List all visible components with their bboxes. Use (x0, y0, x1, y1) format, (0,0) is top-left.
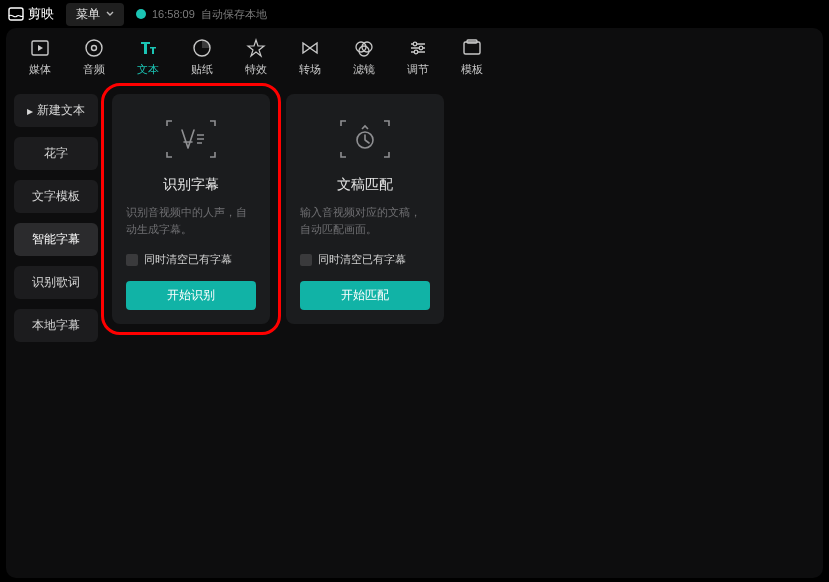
svg-rect-0 (9, 8, 23, 20)
sidebar-item-text-template[interactable]: 文字模板 (14, 180, 98, 213)
checkbox-icon (300, 254, 312, 266)
text-icon (138, 38, 158, 58)
nav-filter[interactable]: 滤镜 (338, 32, 390, 82)
checkbox-label: 同时清空已有字幕 (318, 252, 406, 267)
transition-icon (300, 38, 320, 58)
status-dot-icon (136, 9, 146, 19)
checkbox-icon (126, 254, 138, 266)
audio-icon (84, 38, 104, 58)
media-icon (30, 38, 50, 58)
nav-label: 特效 (245, 62, 267, 77)
start-match-button[interactable]: 开始匹配 (300, 281, 430, 310)
nav-template[interactable]: 模板 (446, 32, 498, 82)
sidebar-item-label: 花字 (44, 145, 68, 162)
card-transcript-match: 文稿匹配 输入音视频对应的文稿，自动匹配画面。 同时清空已有字幕 开始匹配 (286, 94, 444, 324)
menu-label: 菜单 (76, 6, 100, 23)
nav-transition[interactable]: 转场 (284, 32, 336, 82)
sidebar-item-new-text[interactable]: ▸ 新建文本 (14, 94, 98, 127)
sidebar-item-smart-subtitle[interactable]: 智能字幕 (14, 223, 98, 256)
autosave-status: 16:58:09 自动保存本地 (136, 7, 267, 22)
clear-subtitles-checkbox[interactable]: 同时清空已有字幕 (300, 252, 430, 267)
card-title: 识别字幕 (163, 176, 219, 194)
sidebar-item-label: 文字模板 (32, 188, 80, 205)
template-icon (462, 38, 482, 58)
title-bar: 剪映 菜单 16:58:09 自动保存本地 (0, 0, 829, 28)
svg-point-8 (413, 42, 417, 46)
sidebar-item-recognize-lyrics[interactable]: 识别歌词 (14, 266, 98, 299)
nav-media[interactable]: 媒体 (14, 32, 66, 82)
transcript-match-icon (338, 118, 392, 160)
nav-label: 音频 (83, 62, 105, 77)
nav-label: 媒体 (29, 62, 51, 77)
nav-effects[interactable]: 特效 (230, 32, 282, 82)
workspace: ▸ 新建文本 花字 文字模板 智能字幕 识别歌词 本地字幕 (6, 86, 823, 578)
sidebar-item-label: 识别歌词 (32, 274, 80, 291)
svg-point-2 (86, 40, 102, 56)
adjust-icon (408, 38, 428, 58)
sticker-icon (192, 38, 212, 58)
app-logo-icon (8, 6, 24, 22)
card-recognize-subtitle: 识别字幕 识别音视频中的人声，自动生成字幕。 同时清空已有字幕 开始识别 (112, 94, 270, 324)
content-area: 识别字幕 识别音视频中的人声，自动生成字幕。 同时清空已有字幕 开始识别 文稿匹… (106, 86, 823, 578)
nav-label: 转场 (299, 62, 321, 77)
sidebar-item-label: 新建文本 (37, 102, 85, 119)
sidebar-item-label: 本地字幕 (32, 317, 80, 334)
bullet-icon: ▸ (27, 104, 33, 118)
nav-adjust[interactable]: 调节 (392, 32, 444, 82)
filter-icon (354, 38, 374, 58)
svg-point-10 (414, 50, 418, 54)
nav-label: 文本 (137, 62, 159, 77)
nav-label: 贴纸 (191, 62, 213, 77)
chevron-down-icon (106, 11, 114, 17)
recognize-subtitle-icon (164, 118, 218, 160)
nav-label: 调节 (407, 62, 429, 77)
svg-point-3 (92, 45, 97, 50)
sidebar-item-local-subtitle[interactable]: 本地字幕 (14, 309, 98, 342)
top-nav: 媒体 音频 文本 贴纸 特效 转场 滤镜 调节 模板 (6, 28, 823, 86)
nav-audio[interactable]: 音频 (68, 32, 120, 82)
start-recognize-button[interactable]: 开始识别 (126, 281, 256, 310)
sidebar-item-label: 智能字幕 (32, 231, 80, 248)
checkbox-label: 同时清空已有字幕 (144, 252, 232, 267)
app-logo: 剪映 (8, 5, 54, 23)
svg-rect-11 (464, 42, 480, 54)
sidebar-item-flower-text[interactable]: 花字 (14, 137, 98, 170)
svg-point-9 (419, 46, 423, 50)
nav-text[interactable]: 文本 (122, 32, 174, 82)
clear-subtitles-checkbox[interactable]: 同时清空已有字幕 (126, 252, 256, 267)
card-title: 文稿匹配 (337, 176, 393, 194)
status-text: 自动保存本地 (201, 7, 267, 22)
status-time: 16:58:09 (152, 8, 195, 20)
nav-sticker[interactable]: 贴纸 (176, 32, 228, 82)
card-description: 识别音视频中的人声，自动生成字幕。 (126, 204, 256, 238)
menu-button[interactable]: 菜单 (66, 3, 124, 26)
nav-label: 滤镜 (353, 62, 375, 77)
card-description: 输入音视频对应的文稿，自动匹配画面。 (300, 204, 430, 238)
effects-icon (246, 38, 266, 58)
nav-label: 模板 (461, 62, 483, 77)
sidebar: ▸ 新建文本 花字 文字模板 智能字幕 识别歌词 本地字幕 (6, 86, 106, 578)
app-name: 剪映 (28, 5, 54, 23)
